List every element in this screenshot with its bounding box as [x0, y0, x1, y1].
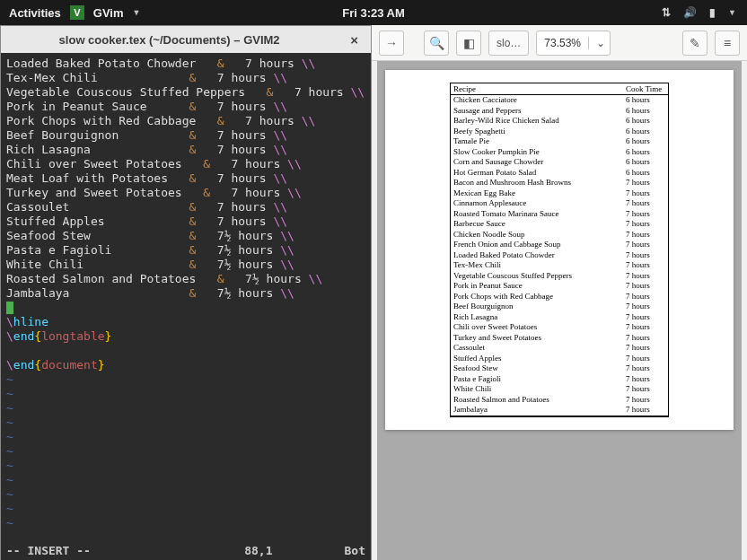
table-row: Barley-Wild Rice Chicken Salad6 hours — [451, 116, 668, 127]
chevron-down-icon: ▼ — [133, 8, 141, 17]
table-row: Sausage and Peppers6 hours — [451, 106, 668, 117]
gvim-window: slow cooker.tex (~/Documents) – GVIM2 × … — [0, 25, 372, 560]
network-icon[interactable]: ⇅ — [662, 6, 671, 19]
vim-statusline: -- INSERT -- 88,1 Bot — [1, 544, 371, 560]
close-icon[interactable]: × — [338, 32, 371, 48]
document-title-chip[interactable]: slo… — [488, 31, 529, 56]
next-page-button[interactable]: → — [379, 31, 404, 56]
zoom-selector[interactable]: 73.53% ⌄ — [536, 31, 611, 56]
window-title: slow cooker.tex (~/Documents) – GVIM2 — [1, 33, 338, 47]
text-cursor — [6, 302, 13, 314]
vim-mode: -- INSERT -- — [6, 544, 91, 560]
tools-button[interactable]: ✎ — [682, 31, 707, 56]
table-row: White Chili7 hours — [451, 384, 668, 395]
recipe-table: Recipe Cook Time Chicken Cacciatore6 hou… — [450, 83, 669, 417]
gnome-topbar: Activities V GVim ▼ Fri 3:23 AM ⇅ 🔊 ▮ ▼ — [0, 0, 747, 25]
table-row: Jambalaya7 hours — [451, 405, 668, 416]
gvim-editor[interactable]: Loaded Baked Potato Chowder & 7 hours \\… — [1, 53, 371, 560]
table-row: Turkey and Sweet Potatoes7 hours — [451, 333, 668, 344]
pdf-viewport[interactable]: Recipe Cook Time Chicken Cacciatore6 hou… — [377, 61, 742, 560]
table-row: Cinnamon Applesauce7 hours — [451, 198, 668, 209]
sidebar-button[interactable]: ◧ — [456, 31, 481, 56]
table-row: Pork Chops with Red Cabbage7 hours — [451, 292, 668, 302]
table-row: Mexican Egg Bake7 hours — [451, 188, 668, 199]
table-row: Cassoulet7 hours — [451, 343, 668, 354]
chevron-down-icon[interactable]: ▼ — [728, 8, 736, 17]
table-row: Beef Bourguignon7 hours — [451, 302, 668, 312]
zoom-value: 73.53% — [537, 37, 588, 49]
table-row: Tamale Pie6 hours — [451, 136, 668, 147]
activities-button[interactable]: Activities — [9, 6, 61, 20]
table-row: Loaded Baked Potato Chowder7 hours — [451, 250, 668, 261]
table-row: Tex-Mex Chili7 hours — [451, 260, 668, 271]
table-row: Beefy Spaghetti6 hours — [451, 127, 668, 137]
chevron-down-icon[interactable]: ⌄ — [588, 37, 610, 49]
gvim-app-icon[interactable]: V — [70, 5, 84, 20]
search-button[interactable]: 🔍 — [424, 31, 449, 56]
table-row: Barbecue Sauce7 hours — [451, 219, 668, 230]
pdf-page: Recipe Cook Time Chicken Cacciatore6 hou… — [385, 70, 734, 430]
table-row: Pasta e Fagioli7 hours — [451, 374, 668, 385]
table-row: Roasted Salmon and Potatoes7 hours — [451, 395, 668, 406]
gvim-titlebar[interactable]: slow cooker.tex (~/Documents) – GVIM2 × — [1, 26, 371, 53]
vim-cursor-pos: 88,1 — [244, 544, 272, 560]
table-row: Slow Cooker Pumpkin Pie6 hours — [451, 147, 668, 158]
table-row: Roasted Tomato Marinara Sauce7 hours — [451, 209, 668, 220]
vim-scroll-pos: Bot — [345, 544, 365, 560]
table-row: Seafood Stew7 hours — [451, 363, 668, 374]
battery-icon[interactable]: ▮ — [709, 6, 716, 19]
table-row: Chili over Sweet Potatoes7 hours — [451, 322, 668, 333]
table-row: Rich Lasagna7 hours — [451, 312, 668, 323]
table-header: Recipe Cook Time — [451, 83, 668, 95]
volume-icon[interactable]: 🔊 — [683, 6, 697, 19]
menu-button[interactable]: ≡ — [715, 31, 740, 56]
table-row: Bacon and Mushroom Hash Browns7 hours — [451, 178, 668, 188]
app-menu-label[interactable]: GVim — [93, 6, 124, 20]
evince-toolbar: → 🔍 ◧ slo… 73.53% ⌄ ✎ ≡ — [372, 25, 747, 61]
table-row: Hot German Potato Salad6 hours — [451, 168, 668, 179]
table-row: Pork in Peanut Sauce7 hours — [451, 281, 668, 292]
table-row: Vegetable Couscous Stuffed Peppers7 hour… — [451, 271, 668, 282]
table-row: Chicken Cacciatore6 hours — [451, 95, 668, 106]
table-row: French Onion and Cabbage Soup7 hours — [451, 240, 668, 250]
clock[interactable]: Fri 3:23 AM — [342, 6, 405, 20]
table-row: Corn and Sausage Chowder6 hours — [451, 157, 668, 168]
table-row: Chicken Noodle Soup7 hours — [451, 230, 668, 241]
table-row: Stuffed Apples7 hours — [451, 354, 668, 364]
